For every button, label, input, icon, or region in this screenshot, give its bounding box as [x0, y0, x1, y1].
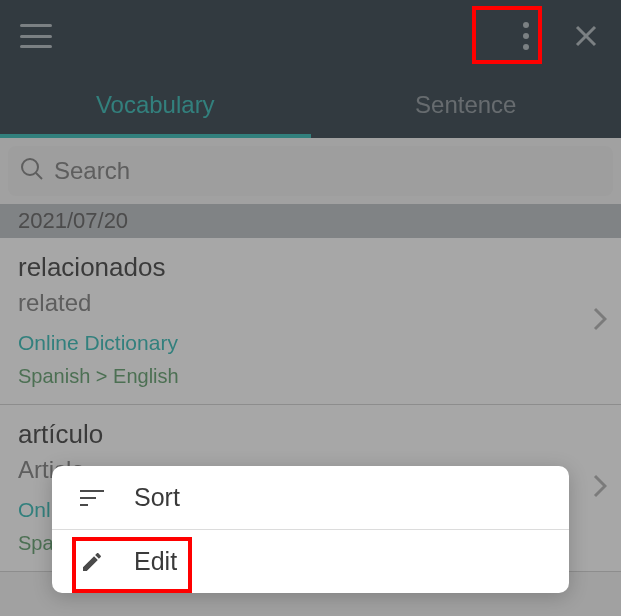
edit-icon [78, 548, 106, 576]
popup-sort[interactable]: Sort [52, 466, 569, 529]
popup-menu: Sort Edit [52, 466, 569, 593]
popup-sort-label: Sort [134, 483, 180, 512]
popup-edit-label: Edit [134, 547, 177, 576]
sort-icon [78, 484, 106, 512]
popup-edit[interactable]: Edit [52, 529, 569, 593]
